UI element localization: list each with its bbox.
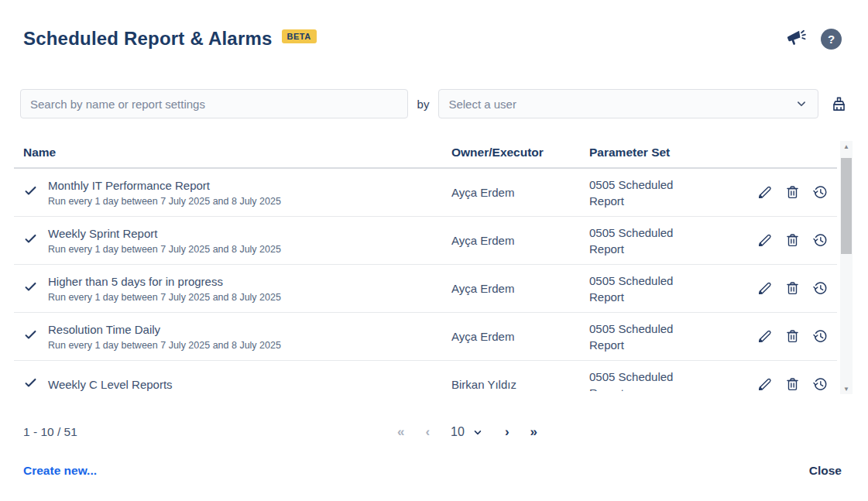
enabled-check-icon xyxy=(23,376,38,391)
help-icon[interactable]: ? xyxy=(821,29,842,50)
row-actions xyxy=(756,280,837,297)
prev-page-button[interactable]: ‹ xyxy=(425,424,430,440)
clear-filters-icon[interactable] xyxy=(830,95,848,113)
report-schedule: Run every 1 day between 7 July 2025 and … xyxy=(48,340,451,351)
pagination: 1 - 10 / 51 « ‹ 10 › » xyxy=(23,419,842,445)
report-parameter-set: 0505 Scheduled Report xyxy=(589,321,691,353)
report-owner: Ayça Erdem xyxy=(451,282,589,295)
row-actions xyxy=(756,232,837,249)
report-name: Higher than 5 days for in progress xyxy=(48,274,451,290)
report-parameter-set: 0505 Scheduled Report xyxy=(589,369,691,392)
chevron-down-icon xyxy=(472,427,484,438)
enabled-check-icon xyxy=(23,328,38,345)
search-input[interactable] xyxy=(20,89,408,118)
report-owner: Ayça Erdem xyxy=(451,330,589,343)
row-actions xyxy=(756,184,837,201)
history-icon[interactable] xyxy=(812,184,829,201)
report-parameter-set: 0505 Scheduled Report xyxy=(589,273,691,305)
table-body: Monthly IT Performance Report Run every … xyxy=(14,169,837,391)
edit-icon[interactable] xyxy=(756,184,773,201)
report-schedule: Run every 1 day between 7 July 2025 and … xyxy=(48,292,451,303)
filter-bar: by Select a user xyxy=(20,89,848,118)
column-header-parameter-set: Parameter Set xyxy=(589,146,756,160)
enabled-check-icon xyxy=(23,184,38,201)
announcement-icon[interactable] xyxy=(784,28,807,50)
table-header: Name Owner/Executor Parameter Set xyxy=(14,146,837,169)
enabled-check-icon xyxy=(23,232,38,249)
report-name: Monthly IT Performance Report xyxy=(48,178,451,194)
report-owner: Ayça Erdem xyxy=(451,234,589,247)
history-icon[interactable] xyxy=(812,328,829,345)
header-actions: ? xyxy=(784,28,842,50)
report-schedule: Run every 1 day between 7 July 2025 and … xyxy=(48,196,451,207)
chevron-down-icon xyxy=(794,97,808,111)
beta-badge: BETA xyxy=(282,29,317,43)
user-select[interactable]: Select a user xyxy=(438,89,818,118)
delete-icon[interactable] xyxy=(784,232,801,249)
page-title: Scheduled Report & Alarms xyxy=(23,26,273,52)
report-schedule: Run every 1 day between 7 July 2025 and … xyxy=(48,244,451,255)
user-select-placeholder: Select a user xyxy=(448,98,516,111)
report-name: Resolution Time Daily xyxy=(48,322,451,338)
delete-icon[interactable] xyxy=(784,328,801,345)
pagination-summary: 1 - 10 / 51 xyxy=(23,425,77,439)
report-owner: Birkan Yıldız xyxy=(451,378,589,391)
scroll-down-icon[interactable]: ▼ xyxy=(840,383,853,394)
column-header-name: Name xyxy=(23,146,451,160)
report-name: Weekly Sprint Report xyxy=(48,226,451,242)
edit-icon[interactable] xyxy=(756,328,773,345)
pagination-controls: « ‹ 10 › » xyxy=(397,424,537,440)
edit-icon[interactable] xyxy=(756,232,773,249)
report-owner: Ayça Erdem xyxy=(451,186,589,199)
scroll-up-icon[interactable]: ▲ xyxy=(840,141,853,152)
last-page-button[interactable]: » xyxy=(530,424,537,440)
report-name: Weekly C Level Reports xyxy=(48,377,451,391)
page-size-value: 10 xyxy=(451,425,465,439)
edit-icon[interactable] xyxy=(756,376,773,391)
by-label: by xyxy=(417,98,430,111)
page-size-select[interactable]: 10 xyxy=(451,425,484,439)
row-actions xyxy=(756,328,837,345)
scrollbar-thumb[interactable] xyxy=(841,158,852,254)
table-row: Monthly IT Performance Report Run every … xyxy=(14,169,837,217)
table-scrollbar[interactable]: ▲ ▼ xyxy=(840,141,853,394)
row-actions xyxy=(756,376,837,391)
history-icon[interactable] xyxy=(812,280,829,297)
edit-icon[interactable] xyxy=(756,280,773,297)
dialog-footer: Create new... Close xyxy=(23,464,842,478)
history-icon[interactable] xyxy=(812,232,829,249)
table-row: Resolution Time Daily Run every 1 day be… xyxy=(14,313,837,361)
scheduled-reports-dialog: Scheduled Report & Alarms BETA ? by Sele… xyxy=(0,0,868,501)
report-parameter-set: 0505 Scheduled Report xyxy=(589,225,691,257)
column-header-owner: Owner/Executor xyxy=(451,146,589,160)
table-row: Weekly Sprint Report Run every 1 day bet… xyxy=(14,217,837,265)
history-icon[interactable] xyxy=(812,376,829,391)
table-row: Weekly C Level Reports Birkan Yıldız 050… xyxy=(14,361,837,391)
close-button[interactable]: Close xyxy=(809,464,842,478)
create-new-link[interactable]: Create new... xyxy=(23,464,97,478)
dialog-header: Scheduled Report & Alarms BETA ? xyxy=(0,0,868,52)
next-page-button[interactable]: › xyxy=(505,424,509,440)
delete-icon[interactable] xyxy=(784,376,801,391)
first-page-button[interactable]: « xyxy=(397,424,404,440)
enabled-check-icon xyxy=(23,280,38,297)
delete-icon[interactable] xyxy=(784,184,801,201)
reports-table: Name Owner/Executor Parameter Set Monthl… xyxy=(14,146,853,391)
report-parameter-set: 0505 Scheduled Report xyxy=(589,177,691,209)
table-row: Higher than 5 days for in progress Run e… xyxy=(14,265,837,313)
delete-icon[interactable] xyxy=(784,280,801,297)
